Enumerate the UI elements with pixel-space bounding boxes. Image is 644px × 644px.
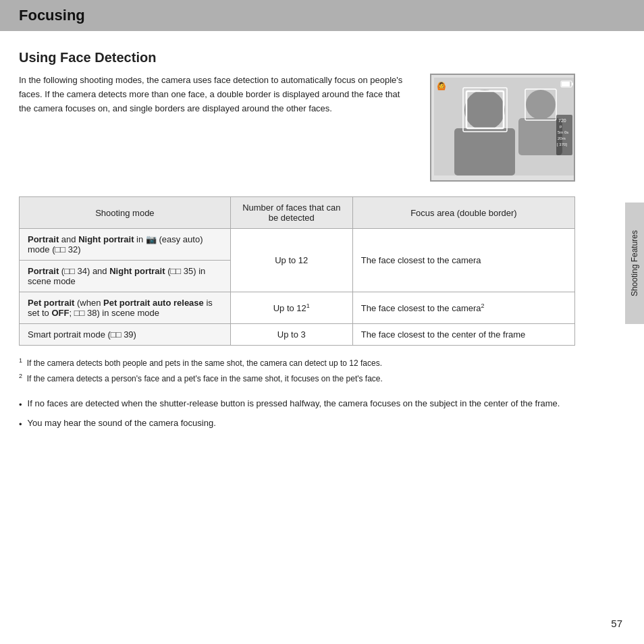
intro-area: In the following shooting modes, the cam… — [19, 74, 575, 182]
focus-cell: The face closest to the center of the fr… — [352, 324, 574, 346]
bullet-dot: • — [19, 418, 22, 432]
detection-table: Shooting mode Number of faces that can b… — [19, 196, 575, 346]
bullet-text-2: You may hear the sound of the camera foc… — [28, 417, 216, 432]
svg-text:🙆: 🙆 — [437, 81, 446, 90]
main-content: Using Face Detection In the following sh… — [0, 31, 594, 450]
svg-rect-6 — [518, 118, 562, 155]
bullet-dot: • — [19, 398, 22, 412]
faces-cell: Up to 12 — [230, 229, 352, 292]
faces-cell: Up to 121 — [230, 292, 352, 324]
header-bar: Focusing — [0, 0, 644, 31]
section-title: Using Face Detection — [19, 50, 575, 65]
svg-text:5m 0s: 5m 0s — [558, 130, 568, 134]
svg-point-1 — [464, 90, 505, 130]
shooting-mode-cell: Smart portrait mode (□□ 39) — [20, 324, 231, 346]
camera-preview: 🙆 720 p 5m 0s 20m [ 370] — [430, 74, 575, 182]
col-header-faces: Number of faces that can be detected — [230, 197, 352, 229]
bullet-text-1: If no faces are detected when the shutte… — [28, 397, 560, 412]
svg-text:20m: 20m — [558, 136, 566, 140]
table-row: Portrait and Night portrait in 📷 (easy a… — [20, 229, 575, 261]
footnote-1: 1 If the camera detects both people and … — [19, 356, 575, 369]
footnote-2: 2 If the camera detects a person's face … — [19, 372, 575, 385]
bullet-list: • If no faces are detected when the shut… — [19, 397, 575, 432]
shooting-mode-cell: Portrait and Night portrait in 📷 (easy a… — [20, 229, 231, 261]
svg-rect-11 — [562, 82, 570, 86]
col-header-shooting-mode: Shooting mode — [20, 197, 231, 229]
footnotes: 1 If the camera detects both people and … — [19, 356, 575, 385]
col-header-focus: Focus area (double border) — [352, 197, 574, 229]
page-number: 57 — [611, 618, 622, 629]
focus-cell: The face closest to the camera2 — [352, 292, 574, 324]
table-row: Smart portrait mode (□□ 39) Up to 3 The … — [20, 324, 575, 346]
shooting-mode-cell: Portrait (□□ 34) and Night portrait (□□ … — [20, 261, 231, 292]
focus-cell: The face closest to the camera — [352, 229, 574, 292]
table-row: Pet portrait (when Pet portrait auto rel… — [20, 292, 575, 324]
svg-point-5 — [526, 90, 556, 119]
intro-text: In the following shooting modes, the cam… — [19, 74, 414, 115]
shooting-mode-cell: Pet portrait (when Pet portrait auto rel… — [20, 292, 231, 324]
svg-text:[ 370]: [ 370] — [557, 142, 567, 146]
svg-text:720: 720 — [558, 118, 566, 123]
sidebar-label: Shooting Features — [625, 203, 644, 324]
faces-cell: Up to 3 — [230, 324, 352, 346]
bullet-item-2: • You may hear the sound of the camera f… — [19, 417, 575, 432]
bullet-item-1: • If no faces are detected when the shut… — [19, 397, 575, 412]
sidebar-label-text: Shooting Features — [630, 230, 639, 296]
svg-rect-2 — [454, 128, 515, 176]
page-title: Focusing — [19, 7, 625, 24]
svg-rect-10 — [572, 83, 573, 86]
